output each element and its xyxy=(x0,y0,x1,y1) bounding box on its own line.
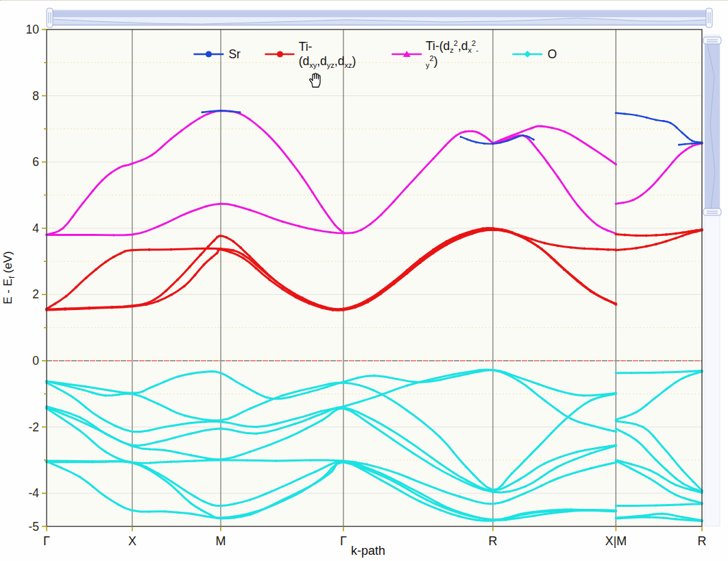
circle-marker-icon xyxy=(193,49,224,59)
band-marker xyxy=(419,501,421,503)
band-marker xyxy=(681,503,683,505)
band-marker xyxy=(604,156,606,158)
band-marker xyxy=(92,190,94,192)
datazoom-selected-range[interactable] xyxy=(49,11,709,17)
legend-item-ti-t2g[interactable]: Ti-(dxy,dyz,dxz) xyxy=(264,40,367,69)
band-marker xyxy=(354,306,356,309)
datazoom-slider-horizontal[interactable] xyxy=(47,8,712,27)
label-token: ,d xyxy=(317,54,327,68)
band-marker xyxy=(590,467,592,469)
band-marker xyxy=(326,386,328,388)
band-marker xyxy=(389,390,391,392)
band-marker xyxy=(201,418,203,420)
band-marker xyxy=(407,488,409,490)
band-marker xyxy=(671,514,673,516)
band-marker xyxy=(148,469,150,471)
band-marker xyxy=(282,486,284,488)
band-marker xyxy=(396,378,398,380)
band-marker xyxy=(518,479,520,481)
band-marker xyxy=(112,234,114,236)
band-marker xyxy=(190,123,192,125)
band-marker xyxy=(691,145,693,147)
band-marker xyxy=(590,146,592,148)
band-marker xyxy=(557,390,559,392)
band-marker xyxy=(419,492,421,494)
band-marker xyxy=(92,392,94,394)
band-marker xyxy=(432,465,434,467)
band-marker xyxy=(392,439,394,441)
band-marker xyxy=(177,376,179,378)
band-marker xyxy=(550,432,552,434)
band-marker xyxy=(204,457,206,459)
band-marker xyxy=(529,136,531,139)
band-marker xyxy=(190,512,192,514)
band-marker xyxy=(501,484,503,486)
legend-item-ti-eg[interactable]: Ti-(dz2,dx2-y2) xyxy=(391,39,489,69)
band-marker xyxy=(566,271,569,274)
band-marker xyxy=(373,396,375,398)
band-marker xyxy=(142,390,144,392)
band-marker xyxy=(78,416,80,418)
band-marker xyxy=(472,230,474,232)
x-axis-title: k-path xyxy=(351,544,385,558)
band-marker xyxy=(615,112,617,114)
band-marker xyxy=(210,256,213,259)
datazoom-handle-right[interactable] xyxy=(706,8,712,27)
band-marker xyxy=(124,165,126,167)
band-marker xyxy=(163,479,165,481)
band-marker xyxy=(691,140,693,142)
band-marker xyxy=(169,409,171,411)
band-marker xyxy=(314,386,316,388)
label-token: f xyxy=(8,276,16,278)
band-marker xyxy=(518,379,520,381)
band-marker xyxy=(219,517,221,519)
band-marker xyxy=(459,495,461,497)
datazoom-handle-left[interactable] xyxy=(47,8,53,27)
band-marker xyxy=(101,179,104,181)
band-marker xyxy=(615,517,617,519)
band-marker xyxy=(373,419,375,421)
band-marker xyxy=(678,154,680,156)
band-marker xyxy=(478,369,481,371)
band-marker xyxy=(66,234,68,236)
band-marker xyxy=(109,390,111,392)
band-marker xyxy=(92,486,94,488)
band-marker xyxy=(114,425,117,427)
datazoom-handle-bottom[interactable] xyxy=(703,208,721,215)
band-marker xyxy=(675,494,677,496)
band-marker xyxy=(476,516,478,518)
band-marker xyxy=(406,272,409,275)
band-marker xyxy=(648,372,651,374)
band-marker xyxy=(183,285,186,287)
legend-item-o[interactable]: O xyxy=(512,47,557,62)
band-marker xyxy=(118,167,120,169)
band-marker xyxy=(194,459,196,462)
band-marker xyxy=(692,481,694,483)
band-marker xyxy=(278,146,280,148)
band-marker xyxy=(442,490,444,492)
band-marker xyxy=(508,490,510,492)
band-marker xyxy=(298,225,300,227)
band-marker xyxy=(544,399,546,401)
band-marker xyxy=(330,470,332,473)
label-token: ) xyxy=(352,54,356,68)
band-marker xyxy=(131,249,134,252)
band-marker xyxy=(652,435,654,437)
band-marker xyxy=(193,274,196,276)
band-marker xyxy=(78,429,80,431)
band-marker xyxy=(598,446,600,449)
band-marker xyxy=(65,295,68,298)
band-marker xyxy=(380,214,382,216)
band-marker xyxy=(557,409,559,411)
band-marker xyxy=(590,453,592,455)
datazoom-slider-vertical[interactable] xyxy=(703,35,721,526)
band-marker xyxy=(635,247,638,250)
band-marker xyxy=(216,252,219,254)
band-marker xyxy=(615,233,618,236)
band-marker xyxy=(511,473,513,475)
datazoom-handle-top[interactable] xyxy=(703,37,721,44)
band-marker xyxy=(118,394,120,396)
band-marker xyxy=(220,110,222,112)
band-marker xyxy=(459,237,461,240)
legend-item-sr[interactable]: Sr xyxy=(193,47,241,62)
